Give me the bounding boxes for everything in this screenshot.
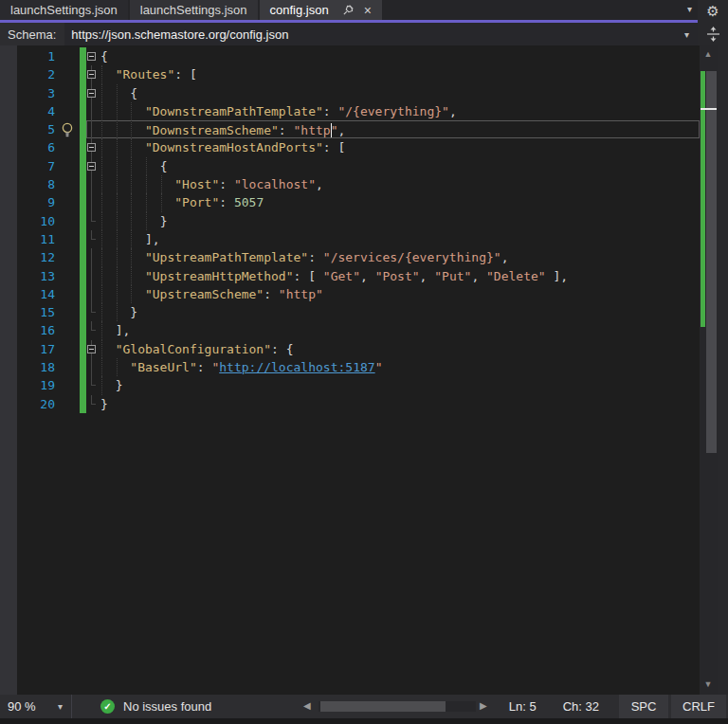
- code-text[interactable]: "GlobalConfiguration": {: [99, 340, 700, 358]
- horizontal-scrollbar-thumb[interactable]: [320, 701, 446, 712]
- fold-margin: [86, 138, 99, 156]
- fold-margin: [86, 102, 99, 120]
- fold-collapse-box[interactable]: [87, 52, 96, 61]
- issues-message: No issues found: [123, 699, 211, 714]
- code-line[interactable]: 10 }: [17, 212, 700, 230]
- tab-label: launchSettings.json: [140, 3, 247, 17]
- window-tools: ⚙: [698, 0, 728, 45]
- code-line[interactable]: 13 "UpstreamHttpMethod": [ "Get", "Post"…: [17, 267, 700, 285]
- glyph-margin: [59, 102, 80, 120]
- code-line[interactable]: 4 "DownstreamPathTemplate": "/{everythin…: [17, 102, 700, 120]
- code-line[interactable]: 5 "DownstreamScheme": "http",: [17, 120, 700, 138]
- indent-guide: [131, 120, 132, 138]
- change-tracking-bar: [80, 65, 86, 83]
- change-tracking-bar: [80, 175, 86, 193]
- code-line[interactable]: 20}: [17, 395, 700, 413]
- code-text[interactable]: "UpstreamHttpMethod": [ "Get", "Post", "…: [99, 267, 700, 285]
- chevron-down-icon[interactable]: ▾: [687, 4, 692, 14]
- code-text[interactable]: ],: [99, 230, 700, 248]
- split-icon[interactable]: [706, 27, 720, 45]
- code-editor[interactable]: 1{2 "Routes": [3 {4 "DownstreamPathTempl…: [0, 45, 728, 695]
- code-text[interactable]: "Port": 5057: [99, 193, 700, 211]
- change-tracking-bar: [80, 248, 86, 266]
- scroll-right-arrow-icon[interactable]: ▶: [480, 700, 487, 711]
- code-line[interactable]: 6 "DownstreamHostAndPorts": [: [17, 138, 700, 156]
- code-text[interactable]: "DownstreamPathTemplate": "/{everything}…: [99, 102, 700, 120]
- code-line[interactable]: 3 {: [17, 84, 700, 102]
- lightbulb-icon[interactable]: [61, 122, 74, 137]
- tab-launchSettings-json[interactable]: launchSettings.json: [130, 0, 258, 20]
- pin-icon[interactable]: [342, 4, 355, 16]
- vertical-scrollbar[interactable]: ▲ ▼: [700, 45, 728, 695]
- code-line[interactable]: 8 "Host": "localhost",: [17, 175, 700, 193]
- code-text[interactable]: {: [99, 157, 700, 175]
- fold-collapse-box[interactable]: [87, 89, 96, 98]
- code-line[interactable]: 7 {: [17, 157, 700, 175]
- change-tracking-bar: [80, 47, 86, 65]
- code-line[interactable]: 15 }: [17, 303, 700, 321]
- code-text[interactable]: {: [99, 47, 700, 65]
- code-line[interactable]: 18 "BaseUrl": "http://localhost:5187": [17, 358, 700, 376]
- fold-collapse-box[interactable]: [87, 143, 96, 152]
- scroll-down-arrow-icon[interactable]: ▼: [700, 679, 717, 689]
- zoom-selector[interactable]: 90 % ▾: [0, 695, 72, 718]
- code-text[interactable]: "Routes": [: [99, 65, 700, 83]
- horizontal-scrollbar[interactable]: [318, 701, 476, 712]
- indent-guide: [131, 230, 132, 248]
- line-number: 13: [17, 267, 59, 285]
- code-text[interactable]: "DownstreamHostAndPorts": [: [99, 138, 700, 156]
- code-text[interactable]: }: [99, 376, 700, 394]
- line-number: 20: [17, 395, 59, 413]
- fold-collapse-box[interactable]: [87, 70, 96, 79]
- chevron-down-icon[interactable]: ▾: [684, 29, 689, 40]
- code-line[interactable]: 2 "Routes": [: [17, 65, 700, 83]
- glyph-margin: [59, 248, 80, 266]
- code-text[interactable]: {: [99, 84, 700, 102]
- code-line[interactable]: 14 "UpstreamScheme": "http": [17, 285, 700, 303]
- issues-indicator[interactable]: ✓ No issues found: [100, 695, 211, 718]
- indent-guide: [101, 120, 102, 138]
- indent-guide: [131, 212, 132, 230]
- code-line[interactable]: 19 }: [17, 376, 700, 394]
- line-number: 5: [17, 120, 59, 138]
- eol-indicator[interactable]: CRLF: [671, 695, 726, 718]
- code-line[interactable]: 1{: [17, 47, 700, 65]
- code-text[interactable]: "DownstreamScheme": "http",: [99, 120, 700, 138]
- glyph-margin: [59, 175, 80, 193]
- chevron-down-icon: ▾: [58, 701, 63, 712]
- code-text[interactable]: "BaseUrl": "http://localhost:5187": [99, 358, 700, 376]
- code-text[interactable]: }: [99, 303, 700, 321]
- code-text[interactable]: "Host": "localhost",: [99, 175, 700, 193]
- code-line[interactable]: 12 "UpstreamPathTemplate": "/services/{e…: [17, 248, 700, 266]
- code-text[interactable]: ],: [99, 321, 700, 339]
- spaces-indicator[interactable]: SPC: [619, 695, 668, 718]
- code-text[interactable]: "UpstreamPathTemplate": "/services/{ever…: [99, 248, 700, 266]
- scroll-up-arrow-icon[interactable]: ▲: [700, 49, 717, 59]
- tab-config-json[interactable]: config.json×: [260, 0, 382, 20]
- code-text[interactable]: }: [99, 395, 700, 413]
- indent-guide: [117, 358, 118, 376]
- code-line[interactable]: 16 ],: [17, 321, 700, 339]
- scroll-left-arrow-icon[interactable]: ◀: [303, 700, 311, 711]
- fold-collapse-box[interactable]: [87, 345, 96, 353]
- glyph-margin: [59, 120, 80, 138]
- code-line[interactable]: 9 "Port": 5057: [17, 193, 700, 211]
- gear-icon[interactable]: ⚙: [706, 1, 719, 22]
- fold-collapse-box[interactable]: [87, 162, 96, 171]
- close-icon[interactable]: ×: [364, 4, 372, 17]
- indent-guide: [101, 84, 102, 102]
- fold-margin: [86, 340, 99, 358]
- vertical-scrollbar-thumb[interactable]: [706, 71, 717, 453]
- editor-status-row: 90 % ▾ ✓ No issues found ◀ ▶ Ln: 5 Ch: 3…: [0, 695, 728, 718]
- schema-combobox[interactable]: https://json.schemastore.org/config.json…: [64, 23, 698, 45]
- fold-margin: [86, 285, 99, 303]
- hyperlink[interactable]: http://localhost:5187: [219, 360, 374, 374]
- code-line[interactable]: 11 ],: [17, 230, 700, 248]
- code-text[interactable]: "UpstreamScheme": "http": [99, 285, 700, 303]
- fold-margin: [86, 175, 99, 193]
- line-number: 11: [17, 230, 59, 248]
- fold-margin: [86, 376, 99, 394]
- code-text[interactable]: }: [99, 212, 700, 230]
- code-line[interactable]: 17 "GlobalConfiguration": {: [17, 340, 700, 358]
- tab-launchSettings-json[interactable]: launchSettings.json: [0, 0, 128, 20]
